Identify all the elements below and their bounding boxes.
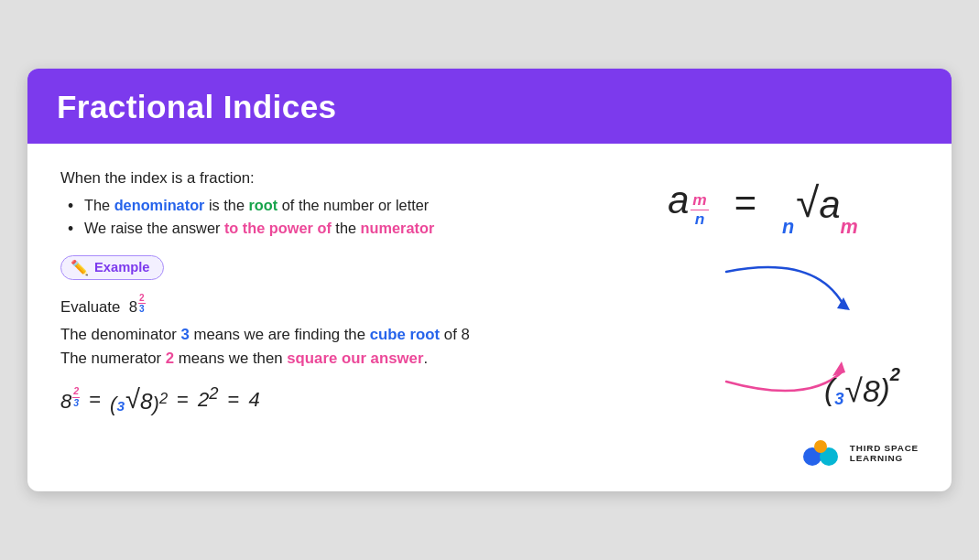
- annotation-area: ( 3√8 ) 2: [616, 244, 909, 427]
- formula-cbrt: ( 3 √8 )2: [110, 384, 168, 416]
- bullet2-prefix: We raise the answer: [84, 220, 224, 236]
- main-eq: =: [734, 181, 756, 225]
- pencil-icon: ✏️: [71, 259, 89, 276]
- evaluate-text: Evaluate 823: [60, 293, 607, 317]
- bullet1-suffix: of the number or letter: [277, 197, 429, 213]
- bullet2-pink: to the power of: [224, 220, 332, 236]
- numer-prefix: The numerator: [60, 350, 166, 367]
- main-formula-display: a m n = n√am: [668, 178, 858, 229]
- bullet2-mid: the: [332, 220, 361, 236]
- formula-a: a m n: [668, 178, 709, 229]
- left-column: When the index is a fraction: The denomi…: [60, 169, 607, 470]
- denom-prefix: The denominator: [60, 326, 181, 343]
- numer-end: .: [423, 350, 428, 367]
- bullet2-pink2: numerator: [361, 220, 435, 236]
- right-column: a m n = n√am: [607, 169, 919, 470]
- page-title: Fractional Indices: [57, 89, 922, 125]
- numer-text: The numerator 2 means we then square our…: [60, 350, 607, 368]
- numer-pink: 2: [166, 350, 174, 367]
- denom-blue: 3: [181, 326, 190, 343]
- annotated-paren-left: (: [824, 372, 834, 407]
- denom-text: The denominator 3 means we are finding t…: [60, 326, 607, 344]
- card-body: When the index is a fraction: The denomi…: [27, 144, 952, 492]
- bullet1-blue: denominator: [114, 197, 205, 213]
- tsl-logo-text: THIRD SPACE LEARNING: [850, 443, 919, 465]
- annotated-radical: 3√8: [834, 372, 879, 409]
- formula-4: 4: [248, 388, 259, 412]
- bullet-list: The denominator is the root of the numbe…: [60, 197, 607, 237]
- logo-line1: THIRD SPACE: [850, 443, 919, 454]
- eq2: =: [177, 388, 189, 412]
- eq1: =: [89, 388, 101, 412]
- bullet-item-1: The denominator is the root of the numbe…: [68, 197, 607, 214]
- intro-text: When the index is a fraction:: [60, 169, 607, 188]
- denom-suffix: means we are finding the: [190, 326, 370, 343]
- formula-radical: n√am: [782, 179, 858, 227]
- example-badge: ✏️ Example: [60, 255, 164, 280]
- final-formula: 823 = ( 3 √8 )2 = 22 = 4: [60, 384, 607, 416]
- card-header: Fractional Indices: [27, 69, 952, 144]
- main-card: Fractional Indices When the index is a f…: [27, 69, 952, 492]
- formula-8: 823: [60, 386, 80, 414]
- evaluate-expr: 823: [125, 298, 146, 316]
- bullet1-green: root: [249, 197, 278, 213]
- numer-suffix: means we then: [174, 350, 287, 367]
- numer-pink2: square our answer: [287, 350, 423, 367]
- annotated-expr: ( 3√8 ) 2: [824, 372, 900, 409]
- frac-exp-final: 23: [72, 386, 80, 408]
- tsl-logo-icon: [802, 436, 843, 469]
- bullet1-mid: is the: [204, 197, 248, 213]
- annotated-paren-right: ): [880, 372, 890, 407]
- tsl-logo: THIRD SPACE LEARNING: [802, 436, 919, 469]
- svg-point-4: [814, 440, 827, 453]
- logo-line2: LEARNING: [850, 453, 903, 464]
- formula-2sq: 22: [198, 388, 219, 412]
- evaluate-word: Evaluate: [60, 298, 120, 316]
- frac-exp-2-3: 23: [138, 293, 146, 314]
- eq3: =: [228, 388, 240, 412]
- example-label: Example: [94, 260, 150, 275]
- denom-end: of 8: [440, 326, 470, 343]
- bullet1-prefix: The: [84, 197, 114, 213]
- bullet-item-2: We raise the answer to the power of the …: [68, 220, 607, 237]
- denom-cube-root: cube root: [370, 326, 440, 343]
